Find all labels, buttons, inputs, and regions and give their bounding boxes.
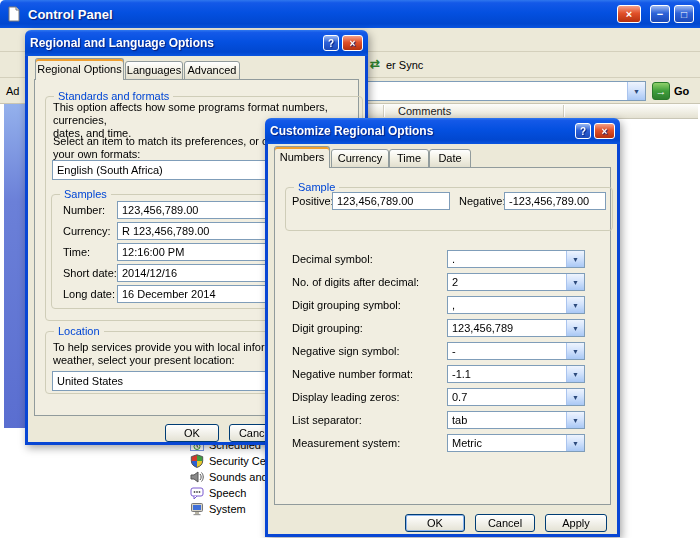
chevron-down-icon[interactable]: ▼ [566,412,584,428]
sample-row-label: Long date: [63,288,115,300]
display-leading-zeros-combobox[interactable]: 0.7 ▼ [447,388,585,406]
list-item-security-center[interactable]: Security Cent [190,453,275,469]
toolbar-item-folder-sync[interactable]: er Sync [386,59,423,71]
groupbox-caption: Location [54,325,104,338]
positive-label: Positive: [292,195,334,207]
decimal-symbol-combobox[interactable]: . ▼ [447,250,585,268]
folder-sync-icon: ⇄ [370,57,380,71]
tab-time[interactable]: Time [389,149,429,168]
digit-grouping-combobox[interactable]: 123,456,789 ▼ [447,319,585,337]
tab-date[interactable]: Date [429,149,471,168]
list-separator-combobox[interactable]: tab ▼ [447,411,585,429]
measurement-system-combobox[interactable]: Metric ▼ [447,434,585,452]
chevron-down-icon[interactable]: ▼ [566,343,584,359]
negative-sample-field[interactable]: -123,456,789.00 [504,192,606,210]
sample-row-label: Currency: [63,225,111,237]
digits-after-decimal-combobox[interactable]: 2 ▼ [447,273,585,291]
close-button[interactable]: × [594,123,615,139]
negative-label: Negative: [459,195,505,207]
window-title: Control Panel [28,7,113,22]
speech-icon [190,486,204,500]
cancel-button[interactable]: Cancel [475,514,535,532]
chevron-down-icon[interactable]: ▼ [566,274,584,290]
close-button[interactable]: × [617,5,641,23]
tab-panel: Sample Positive: 123,456,789.00 Negative… [274,167,611,505]
system-icon [190,502,204,516]
chevron-down-icon[interactable]: ▼ [566,297,584,313]
ok-button[interactable]: OK [165,424,219,442]
field-label: Negative sign symbol: [292,345,400,357]
list-item-system[interactable]: System [190,501,246,517]
customize-regional-options-dialog: Customize Regional Options ? × Numbers C… [265,118,620,537]
tab-numbers[interactable]: Numbers [274,146,330,168]
field-label: Measurement system: [292,437,400,449]
dialog-title: Customize Regional Options [270,124,433,138]
go-button[interactable]: → [652,82,670,100]
sample-row-label: Time: [63,246,90,258]
chevron-down-icon[interactable]: ▼ [566,389,584,405]
list-item-speech[interactable]: Speech [190,485,246,501]
screen: Control Panel × − □ ⇄ er Sync Ad ▼ → Go … [0,0,700,538]
apply-button[interactable]: Apply [545,514,607,532]
chevron-down-icon[interactable]: ▼ [566,366,584,382]
dialog-titlebar: Customize Regional Options ? × [265,118,620,144]
sounds-icon [190,470,204,484]
dialog-title: Regional and Language Options [30,36,214,50]
sample-row-label: Number: [63,204,105,216]
tab-advanced[interactable]: Advanced [184,61,240,80]
field-label: List separator: [292,414,362,426]
list-item-label: System [209,503,246,515]
security-center-icon [190,454,204,468]
field-label: Digit grouping: [292,322,363,334]
chevron-down-icon[interactable]: ▼ [566,435,584,451]
chevron-down-icon[interactable]: ▼ [627,82,645,100]
tab-currency[interactable]: Currency [331,149,389,168]
tab-regional-options[interactable]: Regional Options [35,58,124,80]
chevron-down-icon[interactable]: ▼ [566,320,584,336]
minimize-button[interactable]: − [650,5,670,23]
tab-languages[interactable]: Languages [125,61,183,80]
close-button[interactable]: × [342,35,363,51]
groupbox-caption: Samples [60,188,111,201]
field-label: Digit grouping symbol: [292,299,401,311]
dialog-titlebar: Regional and Language Options ? × [25,30,368,56]
help-button[interactable]: ? [575,123,591,139]
field-label: Decimal symbol: [292,253,373,265]
list-item-label: Speech [209,487,246,499]
field-label: No. of digits after decimal: [292,276,419,288]
ok-button[interactable]: OK [405,514,465,532]
maximize-button[interactable]: □ [674,5,694,23]
field-label: Display leading zeros: [292,391,400,403]
dialog-body: Numbers Currency Time Date Sample Positi… [265,144,620,537]
negative-sign-symbol-combobox[interactable]: - ▼ [447,342,585,360]
negative-number-format-combobox[interactable]: -1.1 ▼ [447,365,585,383]
digit-grouping-symbol-combobox[interactable]: , ▼ [447,296,585,314]
field-label: Negative number format: [292,368,413,380]
chevron-down-icon[interactable]: ▼ [566,251,584,267]
column-divider[interactable] [383,105,384,117]
control-panel-titlebar: Control Panel [0,0,700,28]
control-panel-icon [6,6,22,22]
go-label: Go [674,85,689,97]
sample-row-label: Short date: [63,267,117,279]
positive-sample-field[interactable]: 123,456,789.00 [332,192,450,210]
column-divider[interactable] [563,105,564,117]
address-label: Ad [6,85,19,97]
help-button[interactable]: ? [323,35,339,51]
